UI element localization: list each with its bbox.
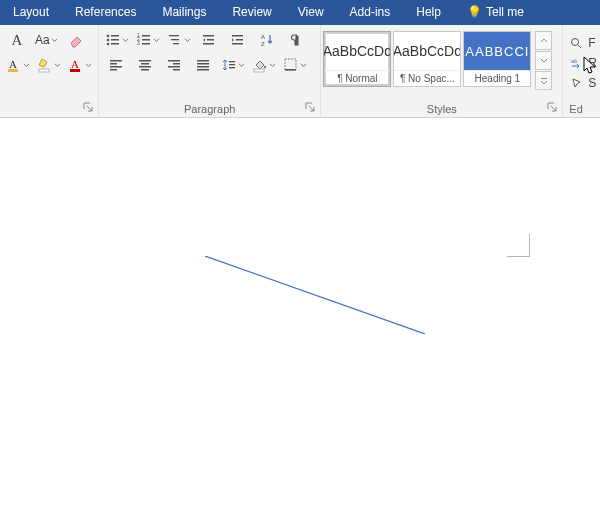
svg-rect-18 bbox=[171, 39, 179, 40]
grow-font-button[interactable]: A bbox=[4, 29, 30, 51]
tab-mailings[interactable]: Mailings bbox=[149, 0, 219, 25]
svg-rect-6 bbox=[111, 35, 119, 37]
svg-rect-41 bbox=[197, 63, 209, 65]
launcher-icon bbox=[546, 101, 558, 113]
svg-rect-44 bbox=[229, 61, 235, 62]
drawn-shape-line[interactable] bbox=[205, 256, 425, 334]
svg-rect-32 bbox=[139, 60, 151, 62]
chevron-down-icon bbox=[540, 57, 548, 65]
tell-me[interactable]: 💡Tell me bbox=[454, 0, 537, 25]
styles-scroll bbox=[535, 31, 550, 91]
style-no-spacing[interactable]: AaBbCcDd ¶ No Spac... bbox=[393, 31, 461, 87]
ribbon-tabs: Layout References Mailings Review View A… bbox=[0, 0, 600, 25]
chevron-up-icon bbox=[540, 37, 548, 45]
bullets-icon bbox=[105, 32, 121, 48]
svg-rect-24 bbox=[236, 39, 243, 41]
svg-point-47 bbox=[264, 66, 266, 68]
tab-references[interactable]: References bbox=[62, 0, 149, 25]
styles-scroll-down[interactable] bbox=[535, 51, 552, 70]
style-name: ¶ Normal bbox=[324, 70, 390, 86]
svg-text:ab: ab bbox=[571, 58, 578, 64]
svg-rect-19 bbox=[173, 43, 179, 44]
svg-point-52 bbox=[572, 38, 579, 45]
change-case-label: Aa bbox=[35, 33, 50, 47]
styles-dialog-launcher[interactable] bbox=[546, 101, 558, 113]
svg-rect-8 bbox=[111, 39, 119, 41]
font-color-button[interactable]: A bbox=[4, 54, 32, 76]
styles-scroll-up[interactable] bbox=[535, 31, 552, 50]
tab-layout[interactable]: Layout bbox=[0, 0, 62, 25]
tab-help[interactable]: Help bbox=[403, 0, 454, 25]
svg-rect-16 bbox=[142, 43, 150, 45]
tab-addins[interactable]: Add-ins bbox=[337, 0, 404, 25]
launcher-icon bbox=[304, 101, 316, 113]
paragraph-dialog-launcher[interactable] bbox=[304, 101, 316, 113]
numbering-button[interactable]: 1 2 3 bbox=[134, 29, 162, 51]
justify-button[interactable] bbox=[190, 54, 216, 76]
svg-rect-51 bbox=[541, 78, 547, 79]
mouse-cursor-icon bbox=[582, 56, 598, 76]
svg-rect-21 bbox=[207, 39, 214, 41]
align-left-button[interactable] bbox=[103, 54, 129, 76]
highlight-button[interactable] bbox=[35, 54, 63, 76]
svg-rect-46 bbox=[229, 67, 235, 68]
document-canvas[interactable] bbox=[0, 142, 600, 520]
svg-line-54 bbox=[205, 256, 425, 334]
svg-text:A: A bbox=[71, 58, 79, 70]
styles-label: Styles bbox=[321, 103, 562, 115]
borders-button[interactable] bbox=[281, 54, 309, 76]
tab-view[interactable]: View bbox=[285, 0, 337, 25]
svg-rect-12 bbox=[142, 35, 150, 37]
bulb-icon: 💡 bbox=[467, 5, 482, 19]
sort-button[interactable]: AZ bbox=[254, 29, 280, 51]
svg-rect-25 bbox=[232, 43, 243, 45]
svg-rect-45 bbox=[229, 64, 235, 65]
decrease-indent-button[interactable] bbox=[196, 29, 222, 51]
more-icon bbox=[540, 77, 548, 85]
select-button[interactable]: S bbox=[569, 73, 597, 93]
styles-more[interactable] bbox=[535, 71, 552, 90]
cursor-icon bbox=[569, 77, 584, 90]
svg-rect-17 bbox=[169, 35, 179, 36]
svg-rect-34 bbox=[139, 66, 151, 68]
svg-rect-4 bbox=[70, 69, 80, 72]
svg-rect-2 bbox=[39, 69, 49, 72]
ruler-area bbox=[0, 118, 600, 142]
svg-rect-10 bbox=[111, 43, 119, 45]
svg-rect-37 bbox=[173, 63, 180, 65]
style-preview: AABBCCI bbox=[464, 32, 530, 70]
bucket-icon bbox=[252, 57, 268, 73]
shading-button[interactable] bbox=[250, 54, 278, 76]
text-color-button[interactable]: A bbox=[66, 54, 94, 76]
align-left-icon bbox=[108, 57, 124, 73]
bullets-button[interactable] bbox=[103, 29, 131, 51]
svg-rect-30 bbox=[110, 66, 122, 68]
align-center-icon bbox=[137, 57, 153, 73]
svg-rect-50 bbox=[285, 69, 296, 71]
launcher-icon bbox=[82, 101, 94, 113]
show-marks-button[interactable] bbox=[283, 29, 309, 51]
align-center-button[interactable] bbox=[132, 54, 158, 76]
ribbon: A Aa A bbox=[0, 25, 600, 118]
increase-indent-button[interactable] bbox=[225, 29, 251, 51]
multilevel-list-button[interactable] bbox=[165, 29, 193, 51]
clear-formatting-button[interactable] bbox=[63, 29, 89, 51]
multilevel-icon bbox=[167, 32, 183, 48]
svg-rect-35 bbox=[141, 69, 149, 71]
svg-rect-22 bbox=[203, 43, 214, 45]
svg-rect-42 bbox=[197, 66, 209, 68]
style-normal[interactable]: AaBbCcDd ¶ Normal bbox=[323, 31, 391, 87]
change-case-button[interactable]: Aa bbox=[33, 29, 60, 51]
select-label: S bbox=[588, 76, 596, 90]
style-heading-1[interactable]: AABBCCI Heading 1 bbox=[463, 31, 531, 87]
svg-rect-28 bbox=[110, 60, 122, 62]
svg-rect-40 bbox=[197, 60, 209, 62]
line-spacing-button[interactable] bbox=[219, 54, 247, 76]
style-preview: AaBbCcDd bbox=[324, 32, 390, 70]
align-right-button[interactable] bbox=[161, 54, 187, 76]
tab-review[interactable]: Review bbox=[219, 0, 284, 25]
font-dialog-launcher[interactable] bbox=[82, 101, 94, 113]
text-color-icon: A bbox=[68, 57, 84, 73]
indent-icon bbox=[230, 32, 246, 48]
find-button[interactable]: F bbox=[569, 33, 597, 53]
